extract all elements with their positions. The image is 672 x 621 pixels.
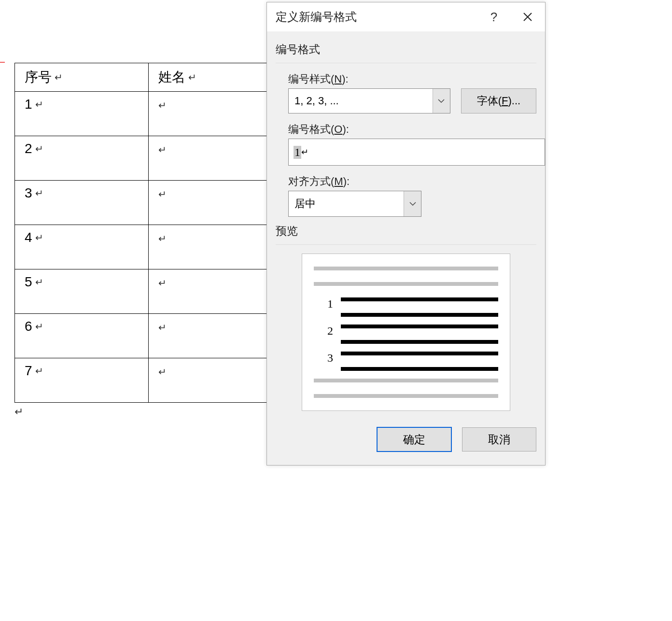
preview-number: 3 <box>314 352 333 365</box>
ok-button[interactable]: 确定 <box>377 427 451 452</box>
row-number: 2 <box>25 141 32 156</box>
cancel-button[interactable]: 取消 <box>462 427 536 452</box>
paragraph-mark-icon: ↵ <box>35 99 43 110</box>
preview-number: 2 <box>314 325 333 338</box>
paragraph-mark-icon: ↵ <box>301 147 308 157</box>
divider <box>276 63 536 63</box>
help-button[interactable]: ? <box>484 7 504 27</box>
paragraph-mark-icon: ↵ <box>158 188 167 200</box>
table-header: 序号↵ <box>15 63 149 92</box>
cancel-label: 取消 <box>488 432 510 447</box>
paragraph-mark-icon: ↵ <box>35 276 43 288</box>
paragraph-mark-icon: ↵ <box>35 365 43 377</box>
number-format-input[interactable]: 1↵ <box>288 139 545 166</box>
font-button-label: 字体(F)... <box>477 94 520 108</box>
section-label-preview: 预览 <box>276 217 536 240</box>
dropdown-value: 1, 2, 3, ... <box>289 95 433 107</box>
paragraph-mark-icon: ↵ <box>14 406 23 418</box>
paragraph-mark-icon: ↵ <box>158 233 167 244</box>
row-number: 3 <box>25 185 32 201</box>
row-number: 6 <box>25 319 32 334</box>
ok-label: 确定 <box>403 432 425 447</box>
define-number-format-dialog: 定义新编号格式 ? 编号格式 编号样式(N): 1, 2, 3, ... <box>266 2 546 466</box>
paragraph-mark-icon: ↵ <box>158 144 167 155</box>
number-style-label: 编号样式(N): <box>288 72 536 86</box>
paragraph-mark-icon: ↵ <box>35 187 43 199</box>
format-value: 1 <box>294 146 301 159</box>
row-number: 4 <box>25 230 32 245</box>
paragraph-mark-icon: ↵ <box>158 277 167 289</box>
alignment-dropdown[interactable]: 居中 <box>288 191 421 217</box>
number-style-dropdown[interactable]: 1, 2, 3, ... <box>288 88 450 113</box>
paragraph-mark-icon: ↵ <box>188 71 196 83</box>
ruler-mark <box>0 62 5 63</box>
preview-context-line <box>314 379 498 382</box>
paragraph-mark-icon: ↵ <box>35 321 43 332</box>
preview-number: 1 <box>314 297 333 310</box>
header-label: 姓名 <box>158 68 185 86</box>
close-button[interactable] <box>518 7 537 27</box>
dialog-title: 定义新编号格式 <box>276 9 484 25</box>
paragraph-mark-icon: ↵ <box>158 366 167 378</box>
paragraph-mark-icon: ↵ <box>158 99 167 111</box>
paragraph-mark-icon: ↵ <box>158 322 167 333</box>
preview-item: 1 <box>314 297 498 317</box>
row-number: 1 <box>25 97 32 112</box>
help-icon: ? <box>490 10 497 25</box>
preview-panel: 1 2 3 <box>302 254 510 411</box>
chevron-down-icon <box>404 191 421 216</box>
chevron-down-icon <box>433 89 450 113</box>
font-button[interactable]: 字体(F)... <box>461 88 536 113</box>
divider <box>276 244 536 245</box>
paragraph-mark-icon: ↵ <box>55 71 63 83</box>
row-number: 5 <box>25 274 32 290</box>
preview-context-line <box>314 267 498 270</box>
dropdown-value: 居中 <box>289 197 404 211</box>
alignment-label: 对齐方式(M): <box>288 174 536 189</box>
preview-context-line <box>314 282 498 286</box>
section-label-format: 编号格式 <box>276 35 536 59</box>
number-format-label: 编号格式(O): <box>288 122 536 137</box>
close-icon <box>523 12 532 22</box>
preview-item: 2 <box>314 325 498 344</box>
dialog-footer: 确定 取消 <box>267 421 545 465</box>
row-number: 7 <box>25 363 32 379</box>
preview-item: 3 <box>314 352 498 371</box>
paragraph-mark-icon: ↵ <box>35 232 43 243</box>
preview-context-line <box>314 394 498 398</box>
dialog-titlebar: 定义新编号格式 ? <box>267 2 545 31</box>
header-label: 序号 <box>25 68 52 86</box>
paragraph-mark-icon: ↵ <box>35 143 43 155</box>
